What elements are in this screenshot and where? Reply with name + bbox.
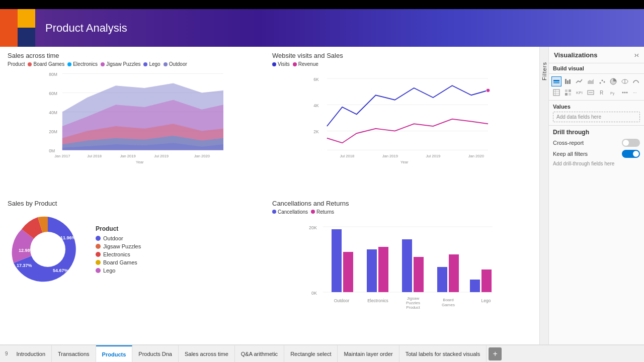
svg-point-77: [624, 92, 625, 94]
sales-time-title: Sales across time: [8, 52, 267, 59]
jigsaw-legend-item: Jigsaw Puzzles: [96, 243, 141, 249]
sales-time-legend: Product Board Games Electronics Jigsaw P…: [8, 61, 267, 67]
viz-icon-line[interactable]: [574, 76, 584, 86]
svg-text:11.96%: 11.96%: [60, 235, 76, 240]
product-legend: Product Outdoor Jigsaw Puzzles Electroni…: [96, 225, 141, 274]
pie-svg: 11.96% 12.98% 17.37% 54.67%: [8, 209, 88, 290]
viz-icon-area[interactable]: [586, 76, 596, 86]
viz-icon-gauge[interactable]: [631, 76, 641, 86]
viz-icon-card[interactable]: [586, 87, 596, 98]
svg-text:20M: 20M: [49, 129, 57, 134]
electronics-legend-item: Electronics: [96, 251, 141, 257]
svg-text:20K: 20K: [309, 225, 317, 230]
legend-returns: Returns: [311, 209, 334, 215]
website-visits-legend: Visits Revenue: [272, 61, 532, 67]
legend-electronics: Electronics: [67, 61, 98, 67]
charts-grid: Sales across time Product Board Games El…: [8, 52, 532, 339]
svg-rect-52: [553, 82, 559, 83]
jigsaw-legend-dot: [96, 244, 101, 249]
viz-icon-r-visual[interactable]: R: [597, 87, 607, 98]
jigsaw-label: Jigsaw Puzzles: [106, 61, 140, 67]
keep-filters-toggle[interactable]: [622, 150, 640, 158]
svg-marker-56: [588, 79, 594, 84]
cancellations-label: Cancellations: [278, 209, 308, 215]
tab-products[interactable]: Products: [96, 345, 133, 362]
filter-tab[interactable]: Filters: [539, 47, 548, 344]
viz-icon-more[interactable]: [620, 87, 630, 98]
svg-rect-54: [567, 80, 569, 84]
tab-sales-across-time[interactable]: Sales across time: [179, 345, 235, 362]
svg-rect-68: [569, 89, 571, 92]
tab-transactions[interactable]: Transactions: [52, 345, 96, 362]
tab-products-dna[interactable]: Products Dna: [132, 345, 179, 362]
viz-panel-title: Visualizations: [554, 51, 597, 59]
viz-icon-matrix[interactable]: [563, 87, 573, 98]
tab-qa-arithmetic[interactable]: Q&A arithmetic: [235, 345, 284, 362]
viz-icon-stacked-bar[interactable]: [551, 76, 561, 86]
top-bar: [0, 0, 644, 9]
bar-electronics-return: [378, 247, 388, 292]
svg-point-76: [622, 92, 623, 94]
revenue-dot: [293, 62, 297, 66]
svg-text:KPI: KPI: [576, 90, 583, 95]
viz-icon-kpi[interactable]: KPI: [574, 87, 584, 98]
svg-text:Lego: Lego: [481, 298, 491, 303]
content-area: Sales across time Product Board Games El…: [0, 47, 539, 344]
viz-icon-extra[interactable]: ···: [631, 87, 641, 98]
svg-point-78: [626, 92, 627, 94]
build-visual-tab[interactable]: Build visual: [549, 63, 644, 74]
legend-revenue: Revenue: [293, 61, 318, 67]
cross-report-toggle[interactable]: [622, 139, 640, 147]
build-visual-label: Build visual: [553, 65, 584, 71]
svg-text:12.98%: 12.98%: [19, 248, 34, 253]
returns-label: Returns: [316, 209, 334, 215]
svg-rect-55: [569, 79, 571, 84]
cancellations-dot: [272, 210, 276, 214]
electronics-dot: [67, 62, 71, 66]
values-drop-zone[interactable]: Add data fields here: [553, 112, 640, 122]
tab-rectangle-select[interactable]: Rectangle select: [284, 345, 338, 362]
cross-report-row: Cross-report: [553, 139, 640, 147]
sales-across-time-chart: Sales across time Product Board Games El…: [8, 52, 267, 195]
svg-text:Games: Games: [442, 303, 455, 307]
bar-jigsaw-return: [414, 257, 424, 292]
outdoor-dot: [164, 62, 168, 66]
add-drill-fields[interactable]: Add drill-through fields here: [553, 161, 640, 166]
logo-tr: [18, 9, 35, 28]
svg-text:6K: 6K: [313, 77, 319, 82]
svg-text:2K: 2K: [313, 129, 319, 134]
tab-maintain-layer[interactable]: Maintain layer order: [338, 345, 399, 362]
viz-icon-bar[interactable]: [563, 76, 573, 86]
viz-icon-map[interactable]: [620, 76, 630, 86]
page-title: Product Analysis: [45, 22, 127, 35]
svg-rect-51: [553, 80, 559, 81]
tab-introduction[interactable]: Introduction: [11, 345, 52, 362]
legend-cancellations: Cancellations: [272, 209, 308, 215]
keep-filters-label: Keep all filters: [553, 151, 588, 157]
svg-text:Board: Board: [443, 298, 453, 302]
legend-lego: Lego: [143, 61, 160, 67]
lego-label: Lego: [149, 61, 160, 67]
viz-icon-py-visual[interactable]: Py: [608, 87, 618, 98]
viz-panel-close-button[interactable]: ›‹: [634, 51, 639, 59]
svg-text:Jan 2019: Jan 2019: [382, 154, 398, 158]
tab-total-labels[interactable]: Total labels for stacked visuals: [399, 345, 487, 362]
viz-icons-grid: KPI R Py ···: [549, 74, 644, 101]
svg-text:R: R: [600, 90, 603, 96]
svg-text:Jan 2020: Jan 2020: [194, 154, 210, 158]
sales-product-title: Sales by Product: [8, 200, 267, 207]
viz-icon-scatter[interactable]: [597, 76, 607, 86]
visits-dot: [272, 62, 276, 66]
bar-electronics-cancel: [367, 249, 377, 292]
svg-point-57: [599, 82, 601, 84]
viz-icon-pie[interactable]: [608, 76, 618, 86]
viz-icon-table[interactable]: [551, 87, 561, 98]
website-visits-svg: 6K 4K 2K Jul 2018 Jan 2019 Ju: [272, 69, 532, 164]
values-title: Values: [553, 104, 640, 110]
bar-jigsaw-cancel: [402, 239, 412, 292]
svg-text:Jul 2018: Jul 2018: [87, 154, 102, 158]
sales-time-svg: 80M 60M 40M 20M 0M: [8, 69, 267, 164]
svg-rect-53: [565, 79, 567, 84]
add-tab-button[interactable]: +: [489, 347, 502, 360]
svg-text:Product: Product: [406, 305, 420, 310]
